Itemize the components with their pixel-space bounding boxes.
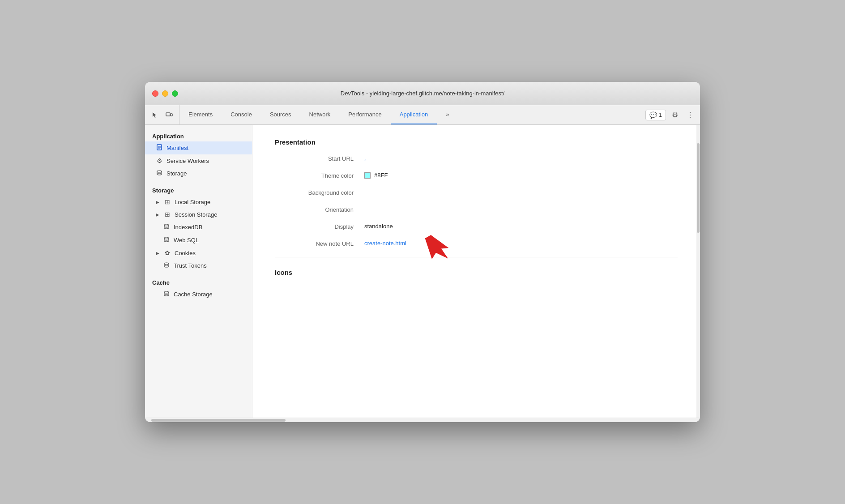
scrollbar-thumb[interactable] [697, 143, 700, 233]
sidebar-item-manifest[interactable]: Manifest [145, 141, 252, 154]
db-icon [163, 262, 170, 269]
sidebar-item-cookies[interactable]: ▶ ✿ Cookies [145, 247, 252, 259]
comments-button[interactable]: 💬 1 [645, 110, 666, 120]
grid-icon: ⊞ [164, 211, 171, 218]
inspect-element-button[interactable] [149, 109, 161, 121]
db-icon [163, 223, 170, 231]
grid-icon: ⊞ [164, 198, 171, 205]
svg-point-8 [164, 237, 169, 239]
property-row-orientation: Orientation [275, 206, 678, 213]
sidebar-item-web-sql[interactable]: Web SQL [145, 234, 252, 247]
close-button[interactable] [152, 90, 158, 97]
svg-point-9 [164, 263, 169, 265]
svg-marker-11 [421, 231, 453, 266]
window-title: DevTools - yielding-large-chef.glitch.me… [341, 90, 504, 97]
tab-bar: Elements Console Sources Network Perform… [179, 105, 642, 124]
tab-performance[interactable]: Performance [339, 105, 390, 124]
db-icon [163, 236, 170, 244]
start-url-label: Start URL [275, 155, 364, 162]
svg-rect-0 [166, 113, 170, 116]
property-row-new-note-url: New note URL create-note.html [275, 240, 678, 247]
bottom-scrollbar-thumb[interactable] [151, 419, 286, 422]
new-note-url-link[interactable]: create-note.html [364, 240, 406, 247]
devtools-window: DevTools - yielding-large-chef.glitch.me… [145, 82, 700, 422]
toolbar-right-actions: 💬 1 ⚙ ⋮ [642, 105, 700, 124]
sidebar-section-cache: Cache [145, 276, 252, 288]
expand-arrow-icon: ▶ [156, 251, 159, 256]
toolbar: Elements Console Sources Network Perform… [145, 105, 700, 125]
window-controls [152, 90, 178, 97]
tab-network[interactable]: Network [300, 105, 340, 124]
expand-arrow-icon: ▶ [156, 200, 159, 205]
db-icon [163, 290, 170, 298]
storage-icon [156, 170, 163, 177]
svg-point-10 [164, 291, 169, 293]
document-icon [156, 144, 163, 152]
toolbar-left-icons [145, 105, 179, 124]
sidebar-item-trust-tokens[interactable]: Trust Tokens [145, 259, 252, 272]
content-panel: Presentation Start URL . Theme color #8F… [252, 125, 700, 418]
orientation-label: Orientation [275, 206, 364, 213]
sidebar: Application Manifest ⚙ Service Workers [145, 125, 252, 418]
sidebar-item-cache-storage[interactable]: Cache Storage [145, 288, 252, 301]
display-label: Display [275, 223, 364, 230]
display-value: standalone [364, 223, 393, 230]
cursor-icon [151, 111, 158, 119]
tab-more[interactable]: » [437, 105, 458, 124]
main-area: Application Manifest ⚙ Service Workers [145, 125, 700, 418]
bottom-scrollbar [145, 418, 700, 422]
property-row-display: Display standalone [275, 223, 678, 230]
theme-color-swatch [364, 172, 371, 179]
sidebar-item-indexed-db[interactable]: IndexedDB [145, 221, 252, 234]
tab-sources[interactable]: Sources [261, 105, 300, 124]
property-row-theme-color: Theme color #8FF [275, 172, 678, 179]
sidebar-item-storage[interactable]: Storage [145, 167, 252, 180]
device-icon [166, 111, 173, 119]
property-row-bg-color: Background color [275, 189, 678, 196]
cookie-icon: ✿ [164, 249, 171, 256]
new-note-url-label: New note URL [275, 240, 364, 247]
content-inner: Presentation Start URL . Theme color #8F… [252, 125, 700, 299]
gear-icon: ⚙ [156, 157, 163, 164]
minimize-button[interactable] [162, 90, 168, 97]
sidebar-item-service-workers[interactable]: ⚙ Service Workers [145, 154, 252, 167]
comment-icon: 💬 [649, 111, 657, 119]
theme-color-label: Theme color [275, 172, 364, 179]
section-divider [275, 257, 678, 257]
svg-rect-1 [171, 114, 172, 116]
annotation-arrow [414, 231, 454, 267]
theme-color-value: #8FF [364, 172, 388, 179]
scrollbar-track [696, 125, 700, 418]
device-toggle-button[interactable] [163, 109, 175, 121]
bg-color-label: Background color [275, 189, 364, 196]
property-row-start-url: Start URL . [275, 155, 678, 162]
svg-point-7 [164, 224, 169, 226]
tab-elements[interactable]: Elements [179, 105, 222, 124]
tab-application[interactable]: Application [391, 105, 437, 124]
svg-point-6 [157, 171, 162, 172]
titlebar: DevTools - yielding-large-chef.glitch.me… [145, 82, 700, 105]
icons-section-header: Icons [275, 269, 678, 276]
settings-button[interactable]: ⚙ [669, 109, 681, 121]
maximize-button[interactable] [172, 90, 178, 97]
tab-console[interactable]: Console [222, 105, 261, 124]
sidebar-section-storage: Storage [145, 184, 252, 196]
sidebar-item-session-storage[interactable]: ▶ ⊞ Session Storage [145, 208, 252, 221]
sidebar-item-local-storage[interactable]: ▶ ⊞ Local Storage [145, 196, 252, 208]
expand-arrow-icon: ▶ [156, 212, 159, 217]
start-url-value[interactable]: . [364, 155, 366, 162]
new-note-url-value: create-note.html [364, 240, 406, 247]
presentation-section-header: Presentation [275, 138, 678, 146]
sidebar-section-application: Application [145, 129, 252, 141]
more-options-button[interactable]: ⋮ [684, 109, 696, 121]
